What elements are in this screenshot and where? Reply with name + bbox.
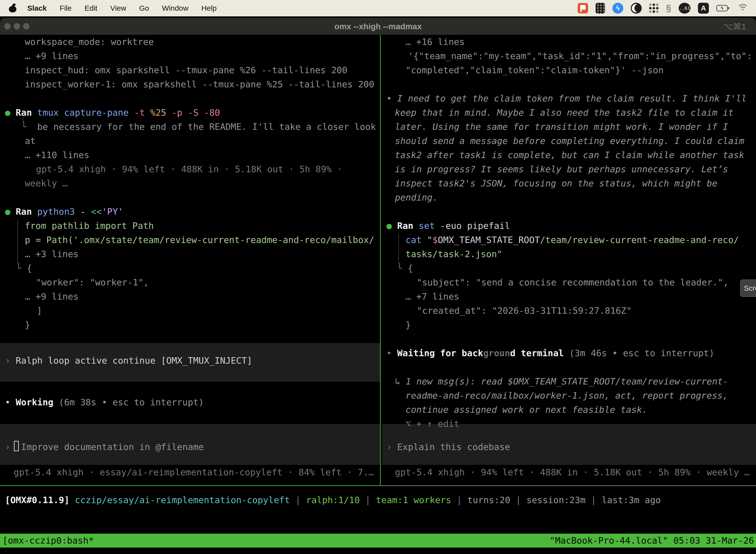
terminal-line: weekly … [25, 176, 68, 190]
text-segment: Ran [16, 107, 37, 118]
menu-items: FileEditViewGoWindowHelp [60, 4, 230, 12]
terminal-line: is in progress? It seems likely but perh… [395, 162, 728, 176]
menu-item-edit[interactable]: Edit [84, 4, 98, 12]
menu-item-window[interactable]: Window [162, 4, 189, 12]
tmux-session-label: [omx-cczip0:bash* [2, 534, 94, 548]
terminal-line: ⌥ + ↑ edit [405, 417, 459, 431]
hud-segment: | [290, 495, 306, 505]
terminal-line: … +110 lines [25, 148, 89, 162]
pane-divider-vertical[interactable] [380, 35, 381, 486]
battery-icon[interactable]: ϟ [716, 5, 729, 11]
window-title-bar[interactable]: omx --xhigh --madmax ⌥⌘1 [0, 18, 756, 35]
apple-logo-body [9, 6, 16, 12]
terminal-line: ● Ran set -euo pipefail [386, 219, 510, 233]
terminal-line: "subject": "send a concise recommendatio… [417, 275, 729, 289]
code-block-guide-line [17, 219, 18, 264]
terminal-line: at [25, 134, 36, 148]
text-segment: … +16 lines [405, 37, 464, 47]
apple-menu-icon[interactable] [9, 4, 16, 12]
battery-nub [728, 7, 729, 9]
text-segment: -euo pipefail [440, 221, 510, 231]
text-segment: Ran [16, 207, 37, 217]
pane-divider-horizontal-left [0, 485, 381, 486]
text-segment: workspace_mode: worktree [25, 37, 154, 47]
menu-app-name[interactable]: Slack [27, 4, 47, 12]
agent-pane-left[interactable]: workspace_mode: worktree… +9 linesinspec… [0, 35, 380, 554]
terminal-content[interactable]: workspace_mode: worktree… +9 linesinspec… [0, 35, 756, 554]
terminal-line: "completed","claim_token":"claim-token"}… [405, 63, 664, 77]
terminal-line: continue assigned work or next feasible … [405, 403, 647, 417]
screen-recording-icon[interactable] [578, 3, 588, 13]
input-source-icon[interactable]: A [698, 3, 709, 14]
text-segment: { [26, 263, 32, 273]
text-segment: └ [397, 263, 407, 273]
terminal-line: cat "$OMX_TEAM_STATE_ROOT/team/review-cu… [405, 233, 739, 247]
text-segment: inspect task2's JSON, focusing on the st… [395, 178, 717, 188]
terminal-line: task2 after task1 is complete, but can I… [395, 148, 744, 162]
terminal-line: p = Path('.omx/state/team/review-current… [25, 233, 374, 247]
text-segment: %25 [150, 107, 172, 118]
hud-segment: session:23m [526, 495, 585, 505]
hud-segment: [OMX#0.11.9] [5, 495, 75, 505]
text-segment: be necessary for the end of the README. … [37, 122, 376, 132]
text-segment: "worker": "worker-1", [36, 277, 149, 287]
text-segment: Ralph loop active continue [OMX_TMUX_INJ… [16, 355, 252, 366]
text-segment: keep that in mind. Maybe I also need the… [395, 107, 734, 118]
text-segment: { [407, 263, 413, 273]
text-segment: ● [386, 221, 397, 231]
text-segment: • [386, 93, 397, 104]
text-segment: groun [483, 348, 510, 358]
hud-segment: turns:20 [467, 495, 510, 505]
window-shortcut-hint: ⌥⌘1 [723, 18, 746, 35]
wifi-icon[interactable] [737, 3, 749, 13]
menu-item-help[interactable]: Help [201, 4, 217, 12]
terminal-line: › Improve documentation in @filename [5, 440, 204, 454]
moon-icon[interactable] [631, 3, 642, 14]
text-segment: } [405, 320, 411, 330]
text-segment: (3m 46s • esc to interrupt) [569, 348, 714, 358]
text-segment: Explain this codebase [397, 442, 510, 452]
keypad-icon[interactable] [595, 3, 605, 14]
count-badge-icon[interactable]: ..61 [679, 3, 691, 14]
terminal-line: from pathlib import Path [25, 219, 154, 233]
terminal-line: pending. [395, 190, 438, 205]
text-segment: later. Using the same for transition mig… [395, 122, 728, 132]
terminal-line: should send a message before completing … [395, 134, 744, 148]
hud-segment: team:1 workers [376, 495, 451, 505]
text-segment: "subject": "send a concise recommendatio… [417, 277, 729, 287]
terminal-line: gpt-5.4 xhigh · 94% left · 488K in · 5.1… [395, 465, 750, 479]
menu-item-view[interactable]: View [110, 4, 126, 12]
terminal-line: … +16 lines [405, 35, 464, 49]
stats-icon[interactable]: § [666, 3, 671, 14]
menu-item-file[interactable]: File [60, 4, 71, 12]
text-segment: '{"team_name":"my-team","task_id":"1","f… [408, 51, 752, 61]
terminal-line: • Working (6m 38s • esc to interrupt) [5, 395, 204, 409]
terminal-line: › Explain this codebase [386, 440, 510, 454]
text-segment: … +3 lines [25, 249, 79, 259]
terminal-line: readme-and-reco/mailbox/worker-1.json, a… [405, 388, 728, 403]
terminal-line: … +9 lines [25, 49, 79, 63]
text-cursor [14, 441, 19, 451]
menu-item-go[interactable]: Go [139, 4, 149, 12]
terminal-line: ↳ 1 new msg(s): read $OMX_TEAM_STATE_ROO… [395, 374, 728, 388]
text-segment: … +110 lines [25, 150, 89, 160]
hud-segment: | [510, 495, 526, 505]
terminal-line: ] [37, 303, 42, 318]
terminal-line: └ { [397, 261, 413, 275]
text-segment: gpt-5.4 xhigh · 94% left · 488K in · 5.1… [36, 164, 342, 174]
text-segment: "created_at": "2026-03-31T11:59:27.816Z" [417, 306, 632, 316]
text-segment: inspect_worker-1: omx sparkshell --tmux-… [25, 79, 374, 89]
text-segment: └ [16, 263, 26, 273]
screen: Slack FileEditViewGoWindowHelp ϟ § ..61 … [0, 0, 756, 554]
terminal-line: … +7 lines [405, 289, 459, 303]
text-segment: << [91, 207, 102, 217]
agent-pane-right[interactable]: … +16 lines'{"team_name":"my-team","task… [382, 35, 756, 554]
dots-grid-icon[interactable] [649, 3, 658, 13]
terminal-line: inspect task2's JSON, focusing on the st… [395, 176, 717, 190]
terminal-line: inspect_worker-1: omx sparkshell --tmux-… [25, 77, 374, 91]
messenger-icon[interactable]: ϟ [612, 3, 623, 14]
text-segment: gpt-5.4 xhigh · 94% left · 488K in · 5.1… [395, 467, 750, 477]
text-segment: "completed","claim_token":"claim-token"}… [405, 65, 664, 75]
text-segment: cat [405, 235, 427, 245]
terminal-line: "worker": "worker-1", [36, 275, 149, 289]
